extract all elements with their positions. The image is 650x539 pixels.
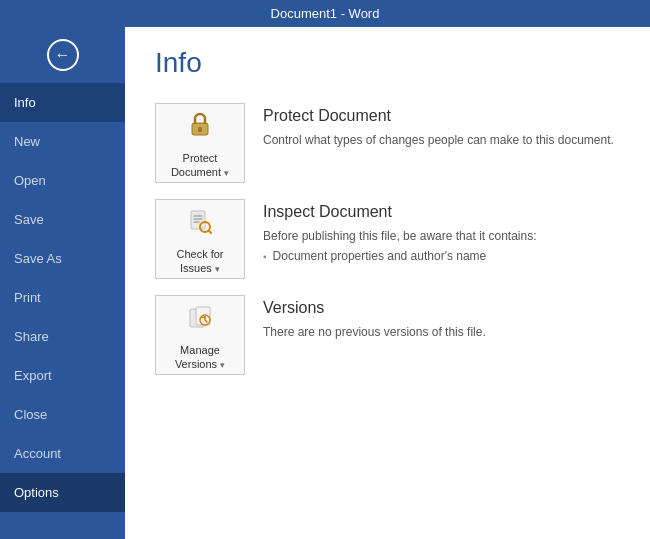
sidebar-item-open[interactable]: Open bbox=[0, 161, 125, 200]
sidebar-item-export[interactable]: Export bbox=[0, 356, 125, 395]
nav-items: InfoNewOpenSaveSave AsPrintShareExportCl… bbox=[0, 83, 125, 512]
sidebar-item-save-as[interactable]: Save As bbox=[0, 239, 125, 278]
info-card-protect: ProtectDocument ▾ Protect Document Contr… bbox=[155, 103, 620, 183]
card-label-protect: ProtectDocument ▾ bbox=[171, 152, 229, 178]
info-card-inspect: Check forIssues ▾ Inspect Document Befor… bbox=[155, 199, 620, 279]
sidebar-item-close[interactable]: Close bbox=[0, 395, 125, 434]
card-description-inspect: Before publishing this file, be aware th… bbox=[263, 227, 620, 245]
card-label-versions: ManageVersions ▾ bbox=[175, 344, 225, 370]
card-label-inspect: Check forIssues ▾ bbox=[176, 248, 223, 274]
sidebar-item-info[interactable]: Info bbox=[0, 83, 125, 122]
card-heading-inspect: Inspect Document bbox=[263, 203, 620, 221]
card-button-versions[interactable]: ManageVersions ▾ bbox=[155, 295, 245, 375]
card-description-versions: There are no previous versions of this f… bbox=[263, 323, 620, 341]
card-heading-versions: Versions bbox=[263, 299, 620, 317]
card-text-inspect: Inspect Document Before publishing this … bbox=[263, 199, 620, 263]
nav-spacer bbox=[0, 512, 125, 539]
title-text: Document1 - Word bbox=[271, 6, 380, 21]
versions-icon bbox=[182, 299, 218, 340]
card-description-protect: Control what types of changes people can… bbox=[263, 131, 620, 149]
sidebar-item-save[interactable]: Save bbox=[0, 200, 125, 239]
back-circle-icon: ← bbox=[47, 39, 79, 71]
app-body: ← InfoNewOpenSaveSave AsPrintShareExport… bbox=[0, 27, 650, 539]
info-card-versions: ManageVersions ▾ Versions There are no p… bbox=[155, 295, 620, 375]
inspect-icon bbox=[182, 203, 218, 244]
card-button-protect[interactable]: ProtectDocument ▾ bbox=[155, 103, 245, 183]
sidebar-item-options[interactable]: Options bbox=[0, 473, 125, 512]
title-bar: Document1 - Word bbox=[0, 0, 650, 27]
protect-icon bbox=[182, 107, 218, 148]
card-text-protect: Protect Document Control what types of c… bbox=[263, 103, 620, 149]
card-button-inspect[interactable]: Check forIssues ▾ bbox=[155, 199, 245, 279]
bullet-item: Document properties and author's name bbox=[263, 249, 620, 263]
svg-line-4 bbox=[209, 231, 212, 234]
card-text-versions: Versions There are no previous versions … bbox=[263, 295, 620, 341]
card-heading-protect: Protect Document bbox=[263, 107, 620, 125]
main-content: Info ProtectDocument ▾ Protect Document … bbox=[125, 27, 650, 539]
svg-rect-1 bbox=[198, 127, 202, 132]
cards-container: ProtectDocument ▾ Protect Document Contr… bbox=[155, 103, 620, 375]
sidebar-item-share[interactable]: Share bbox=[0, 317, 125, 356]
sidebar-item-account[interactable]: Account bbox=[0, 434, 125, 473]
sidebar-item-print[interactable]: Print bbox=[0, 278, 125, 317]
sidebar-item-new[interactable]: New bbox=[0, 122, 125, 161]
sidebar: ← InfoNewOpenSaveSave AsPrintShareExport… bbox=[0, 27, 125, 539]
page-title: Info bbox=[155, 47, 620, 79]
svg-rect-2 bbox=[191, 211, 205, 229]
back-button[interactable]: ← bbox=[0, 27, 125, 83]
